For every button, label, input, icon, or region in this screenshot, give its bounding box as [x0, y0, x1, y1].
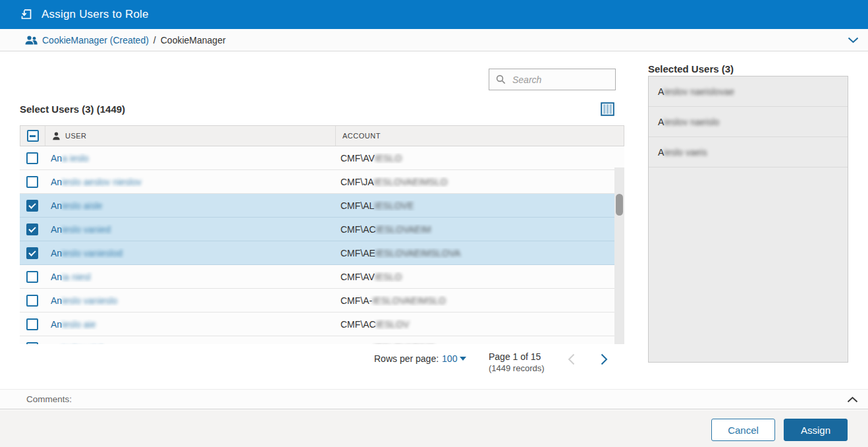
breadcrumb: CookieManager (Created) / CookieManager — [0, 29, 868, 51]
assign-button[interactable]: Assign — [784, 419, 848, 441]
selected-users-panel: Aieslov naeislovae Aieslov naeislo Aiesl… — [648, 76, 848, 363]
page-info-line: Page 1 of 15 — [489, 351, 545, 363]
table-row[interactable]: Anieslo vanieslod CMF\AEIESLOVAEIMSLOVA — [20, 241, 624, 265]
row-checkbox[interactable] — [26, 152, 38, 164]
user-name-link[interactable]: Anieslo vanied — [51, 224, 111, 235]
account-cell: CMF\AEIESLOVAEIMSLOVA — [334, 248, 624, 258]
redacted-name: ieslo aeslov nieslov — [62, 177, 142, 187]
selected-user-item[interactable]: Aieslov naeislo — [649, 107, 848, 137]
chevron-up-icon[interactable] — [847, 396, 858, 403]
redacted-name: ieslo vanieslod — [62, 248, 122, 258]
people-icon — [25, 36, 38, 45]
user-column-header[interactable]: USER — [65, 132, 87, 140]
redacted-account: IESLO — [375, 272, 402, 282]
selected-user-item[interactable]: Aieslov naeislovae — [649, 76, 848, 107]
redacted-name: ieslo aisle — [62, 200, 102, 211]
assign-into-tray-icon — [20, 8, 33, 21]
user-name-link[interactable]: Anieslo aeslov nieslov — [51, 177, 142, 187]
chevron-down-icon[interactable] — [848, 37, 859, 44]
redacted-name: ieslov naeislo — [664, 117, 719, 127]
redacted-name: ieslo vaeis — [664, 147, 707, 158]
account-cell: CMF\ACIESLOVAEIM — [334, 224, 624, 235]
table-scrollbar-thumb[interactable] — [616, 194, 623, 216]
selected-users-label: Selected Users (3) — [648, 63, 734, 74]
account-column-header[interactable]: ACCOUNT — [342, 132, 381, 140]
redacted-account: IESLOVAEIMSLO — [372, 295, 446, 306]
row-checkbox[interactable] — [26, 200, 38, 212]
table-body: Ana ieslo CMF\AVIESLO Anieslo aeslov nie… — [20, 146, 624, 344]
cancel-button[interactable]: Cancel — [711, 419, 775, 441]
magnifier-icon — [496, 74, 506, 84]
redacted-name: ieslov naeislovae — [664, 86, 734, 97]
user-name-link[interactable]: Ania niesl — [51, 272, 91, 282]
redacted-account: IESLO — [375, 153, 402, 164]
records-info: (1449 records) — [489, 363, 545, 374]
person-icon — [52, 132, 61, 140]
table-scrollbar-track[interactable] — [614, 167, 624, 344]
redacted-name: a ieslo — [62, 153, 88, 164]
select-all-checkbox[interactable] — [27, 130, 39, 142]
account-cell: CMF\AVIESLO — [334, 153, 624, 164]
rows-per-page-label: Rows per page: — [374, 353, 439, 364]
row-checkbox[interactable] — [26, 342, 38, 345]
rows-per-page: Rows per page: 100 — [374, 353, 466, 364]
account-cell: CMF\ALIESLOVE — [334, 200, 624, 211]
row-checkbox[interactable] — [26, 318, 38, 330]
row-checkbox[interactable] — [26, 224, 38, 235]
user-name-link[interactable]: Anieslov aiel — [51, 343, 103, 345]
account-cell: CMF\AJIESLOVAEIMS — [334, 343, 624, 345]
redacted-account: IESLOVAEIMS — [374, 343, 435, 345]
dialog-title: Assign Users to Role — [41, 8, 149, 21]
redacted-name: ieslo vanied — [62, 224, 111, 235]
user-name-link[interactable]: Anieslo aie — [51, 319, 96, 330]
row-checkbox[interactable] — [26, 247, 38, 259]
table-row[interactable]: Anieslo aie CMF\ACIESLOV — [20, 313, 624, 336]
columns-icon[interactable] — [600, 102, 614, 117]
select-users-label: Select Users (3) (1449) — [20, 104, 125, 115]
breadcrumb-role-link[interactable]: CookieManager (Created) — [42, 35, 149, 45]
page-info: Page 1 of 15 (1449 records) — [489, 351, 545, 374]
table-header-row: USER ACCOUNT — [20, 125, 624, 146]
user-name-link[interactable]: Anieslo aisle — [51, 200, 103, 211]
table-row[interactable]: Anieslo vanieslo CMF\A-IESLOVAEIMSLO — [20, 289, 624, 313]
redacted-account: IESLOVE — [374, 200, 414, 211]
table-row[interactable]: Anieslo aisle CMF\ALIESLOVE — [20, 194, 624, 218]
redacted-account: IESLOVAEIM — [376, 224, 431, 235]
chevron-left-icon[interactable] — [568, 353, 575, 367]
row-checkbox[interactable] — [26, 295, 38, 307]
row-checkbox[interactable] — [26, 176, 38, 188]
table-row[interactable]: Anieslo vanied CMF\ACIESLOVAEIM — [20, 218, 624, 241]
account-cell: CMF\AVIESLO — [334, 272, 624, 282]
redacted-name: ieslov aiel — [62, 343, 102, 345]
breadcrumb-current: CookieManager — [161, 35, 226, 45]
breadcrumb-separator: / — [153, 35, 156, 45]
redacted-account: IESLOVAEIMSLOVA — [375, 248, 460, 258]
chevron-right-icon[interactable] — [601, 353, 608, 367]
redacted-account: IESLOVAEIMSLO — [374, 177, 448, 187]
comments-label: Comments: — [26, 394, 72, 404]
table-row[interactable]: Anieslo aeslov nieslov CMF\JAIESLOVAEIMS… — [20, 170, 624, 194]
dialog-footer: Cancel Assign — [0, 410, 868, 447]
table-row[interactable]: Ana ieslo CMF\AVIESLO — [20, 146, 624, 170]
user-name-link[interactable]: Anieslo vanieslo — [51, 295, 117, 306]
user-name-link[interactable]: Ana ieslo — [51, 153, 89, 164]
rows-per-page-dropdown[interactable]: 100 — [442, 353, 466, 364]
comments-bar: Comments: — [0, 389, 868, 409]
search-box — [489, 69, 616, 90]
caret-down-icon — [460, 357, 466, 364]
account-cell: CMF\JAIESLOVAEIMSLO — [334, 177, 624, 187]
redacted-account: IESLOV — [376, 319, 410, 330]
table-row[interactable]: Ania niesl CMF\AVIESLO — [20, 265, 624, 289]
user-name-link[interactable]: Anieslo vanieslod — [51, 248, 122, 258]
row-checkbox[interactable] — [26, 271, 38, 283]
search-input[interactable] — [511, 74, 609, 86]
redacted-name: ieslo aie — [62, 319, 95, 330]
redacted-name: ia niesl — [62, 272, 91, 282]
table-row[interactable]: Anieslov aiel CMF\AJIESLOVAEIMS — [20, 336, 624, 344]
account-cell: CMF\A-IESLOVAEIMSLO — [334, 295, 624, 306]
users-table: USER ACCOUNT Ana ieslo CMF\AVIESLO — [20, 125, 624, 344]
selected-user-item[interactable]: Aieslo vaeis — [649, 137, 848, 167]
redacted-name: ieslo vanieslo — [62, 295, 117, 306]
account-cell: CMF\ACIESLOV — [334, 319, 624, 330]
assign-users-to-role-dialog: Assign Users to Role CookieManager (Crea… — [0, 0, 868, 447]
